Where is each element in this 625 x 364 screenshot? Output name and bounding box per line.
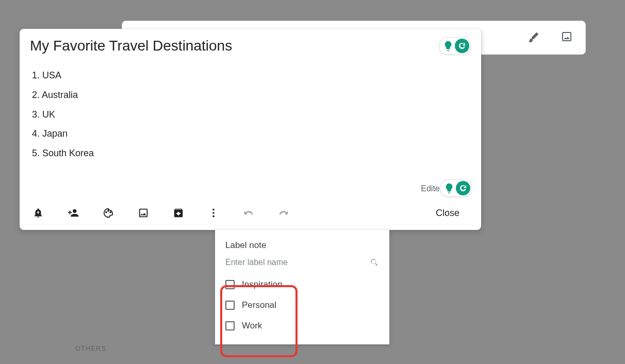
svg-point-4	[212, 212, 215, 214]
label-item-inspiration[interactable]: Inspiration	[219, 274, 385, 295]
redo-button[interactable]	[277, 207, 290, 219]
svg-point-1	[108, 210, 109, 211]
label-note-menu: Label note Inspiration Personal Work	[215, 230, 389, 344]
svg-point-3	[212, 209, 215, 211]
add-image-button[interactable]	[137, 207, 150, 219]
checkbox-icon[interactable]	[225, 280, 235, 289]
list-item: 3. UK	[32, 105, 469, 125]
note-title[interactable]: My Favorite Travel Destinations	[30, 38, 439, 54]
label-list: Inspiration Personal Work	[215, 274, 389, 336]
section-header-others: OTHERS	[75, 344, 106, 352]
label-search-input[interactable]	[225, 258, 370, 267]
grammarly-badge-top[interactable]	[439, 37, 471, 55]
bulb-icon	[443, 183, 455, 194]
collaborator-button[interactable]	[67, 207, 79, 219]
svg-point-5	[212, 216, 215, 218]
note-toolbar: Close	[30, 201, 471, 230]
label-search-row	[215, 256, 389, 274]
note-body[interactable]: 1. USA 2. Australia 3. UK 4. Japan 5. So…	[30, 63, 471, 184]
grammarly-badge-bottom[interactable]	[440, 179, 472, 197]
list-item: 1. USA	[32, 66, 469, 86]
image-icon[interactable]	[561, 30, 573, 45]
note-editor-modal: My Favorite Travel Destinations 1. USA 2…	[20, 29, 481, 230]
label-item-text: Inspiration	[242, 279, 282, 290]
list-item: 2. Australia	[32, 86, 469, 105]
close-button[interactable]: Close	[426, 204, 469, 223]
undo-button[interactable]	[242, 207, 255, 219]
label-item-personal[interactable]: Personal	[219, 295, 385, 316]
archive-button[interactable]	[172, 207, 185, 219]
label-item-text: Personal	[242, 300, 276, 310]
label-menu-title: Label note	[215, 237, 389, 256]
grammarly-g-icon	[456, 181, 470, 195]
list-item: 4. Japan	[32, 124, 469, 144]
svg-point-0	[106, 212, 107, 213]
grammarly-g-icon	[455, 39, 469, 53]
list-item: 5. South Korea	[32, 144, 469, 163]
more-button[interactable]	[207, 207, 220, 219]
search-icon	[370, 258, 379, 267]
remind-me-button[interactable]	[32, 207, 44, 219]
checkbox-icon[interactable]	[225, 321, 235, 330]
background-options-button[interactable]	[102, 207, 114, 219]
label-item-text: Work	[242, 321, 262, 331]
bulb-icon	[442, 40, 454, 52]
brush-icon[interactable]	[528, 30, 540, 45]
svg-point-2	[110, 212, 111, 213]
edited-timestamp: Edited Aug 2	[30, 184, 471, 193]
label-item-work[interactable]: Work	[219, 316, 385, 336]
checkbox-icon[interactable]	[225, 301, 235, 310]
